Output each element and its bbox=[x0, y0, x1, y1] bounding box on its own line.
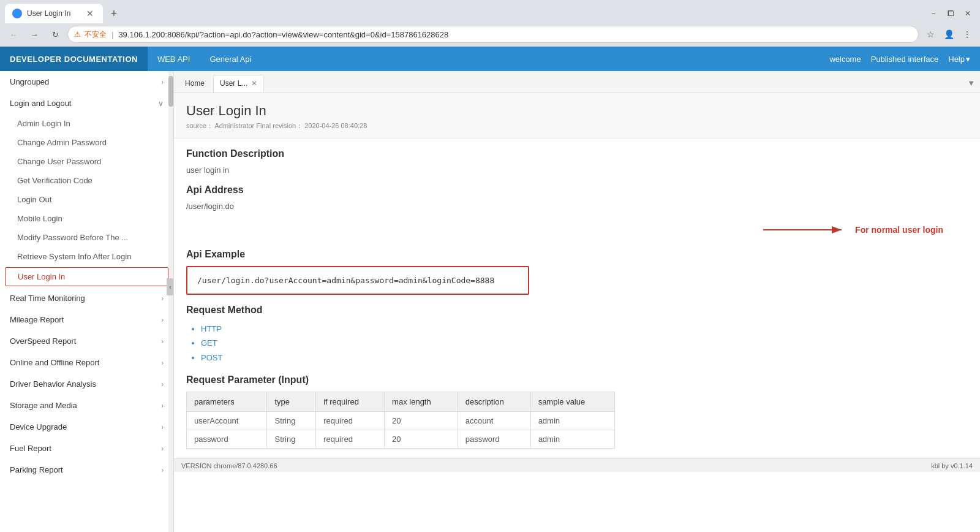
tab-close-button[interactable]: ✕ bbox=[85, 8, 96, 19]
sidebar-sub-change-user-pw[interactable]: Change User Password bbox=[0, 152, 173, 171]
table-row: password String required 20 password adm… bbox=[187, 430, 615, 449]
header-brand: DEVELOPER DOCUMENTATION bbox=[0, 47, 148, 71]
sidebar-item-mileage[interactable]: Mileage Report › bbox=[0, 309, 173, 330]
param-table: parameters type if required max length d… bbox=[186, 392, 615, 449]
browser-chrome: 🌐 User Login In ✕ + − ⧠ ✕ ← → ↻ ⚠ 不安全 | … bbox=[0, 0, 980, 47]
bookmark-button[interactable]: ☆ bbox=[922, 26, 938, 42]
version-bar: VERSION chrome/87.0.4280.66 kbl by v0.1.… bbox=[174, 458, 980, 472]
sidebar-item-parking-report[interactable]: Parking Report › bbox=[0, 459, 173, 481]
api-address-section: Api Address /user/login.do bbox=[186, 184, 968, 211]
sidebar-collapse-button[interactable]: ‹ bbox=[167, 278, 174, 295]
chevron-down-icon: ∨ bbox=[158, 99, 164, 108]
request-param-section: Request Parameter (Input) parameters typ… bbox=[186, 374, 968, 449]
chevron-right-icon: › bbox=[161, 78, 164, 86]
cell-maxlen-2: 20 bbox=[385, 430, 458, 449]
nav-web-api[interactable]: WEB API bbox=[148, 47, 200, 71]
content-tabs-bar: Home User L... ✕ ▼ bbox=[174, 71, 980, 93]
col-parameters: parameters bbox=[187, 392, 267, 412]
browser-tab[interactable]: 🌐 User Login In ✕ bbox=[5, 4, 103, 23]
tab-close-icon[interactable]: ✕ bbox=[251, 79, 257, 88]
sidebar-scrollbar[interactable] bbox=[168, 71, 173, 532]
sidebar-sub-get-verification[interactable]: Get Verification Code bbox=[0, 171, 173, 190]
menu-button[interactable]: ⋮ bbox=[959, 26, 975, 42]
address-bar[interactable]: ⚠ 不安全 | 39.106.1.200:8086/kpi/?action=ap… bbox=[67, 26, 919, 43]
page-meta: source： Administrator Final revision： 20… bbox=[186, 121, 968, 131]
sidebar-sub-admin-login[interactable]: Admin Login In bbox=[0, 114, 173, 133]
security-label: 不安全 bbox=[85, 29, 107, 40]
api-address-heading: Api Address bbox=[186, 184, 968, 196]
new-tab-button[interactable]: + bbox=[105, 5, 123, 22]
annotation-text: For normal user login bbox=[855, 225, 943, 235]
col-if-required: if required bbox=[316, 392, 385, 412]
url-text: 39.106.1.200:8086/kpi/?action=api.do?act… bbox=[118, 30, 448, 39]
refresh-button[interactable]: ↻ bbox=[47, 26, 64, 43]
tabs-dropdown-button[interactable]: ▼ bbox=[967, 78, 975, 88]
account-button[interactable]: 👤 bbox=[941, 26, 957, 42]
back-button[interactable]: ← bbox=[5, 26, 22, 43]
window-controls: − ⧠ ✕ bbox=[926, 6, 975, 21]
header-nav: WEB API General Api bbox=[148, 47, 261, 71]
tab-user-login[interactable]: User L... ✕ bbox=[213, 75, 264, 92]
sidebar-item-device-upgrade[interactable]: Device Upgrade › bbox=[0, 416, 173, 438]
published-interface-link[interactable]: Published interface bbox=[871, 55, 939, 64]
cell-param-2: password bbox=[187, 430, 267, 449]
sidebar: Ungrouped › Login and Logout ∨ Admin Log… bbox=[0, 71, 174, 532]
cell-desc-2: password bbox=[458, 430, 530, 449]
cell-param-1: userAccount bbox=[187, 412, 267, 430]
sidebar-sub-modify-pw[interactable]: Modify Password Before The ... bbox=[0, 228, 173, 247]
cell-type-1: String bbox=[267, 412, 316, 430]
col-description: description bbox=[458, 392, 530, 412]
sidebar-item-storage-media[interactable]: Storage and Media › bbox=[0, 395, 173, 416]
sidebar-item-ungrouped[interactable]: Ungrouped › bbox=[0, 71, 173, 93]
content-area: Home User L... ✕ ▼ User Login In source：… bbox=[174, 71, 980, 532]
sidebar-sub-retrieve-system[interactable]: Retrieve System Info After Login bbox=[0, 247, 173, 266]
minimize-button[interactable]: − bbox=[926, 6, 941, 21]
sidebar-item-driver-behavior[interactable]: Driver Behavior Analysis › bbox=[0, 373, 173, 395]
sidebar-sub-login-out[interactable]: Login Out bbox=[0, 190, 173, 209]
request-method-section: Request Method HTTP GET POST bbox=[186, 305, 968, 365]
forward-button[interactable]: → bbox=[26, 26, 43, 43]
sidebar-item-online-offline[interactable]: Online and Offline Report › bbox=[0, 352, 173, 373]
version-left: VERSION chrome/87.0.4280.66 bbox=[181, 462, 277, 469]
sidebar-sub-mobile-login[interactable]: Mobile Login bbox=[0, 209, 173, 228]
app-header: DEVELOPER DOCUMENTATION WEB API General … bbox=[0, 47, 980, 71]
page-title: User Login In bbox=[186, 103, 968, 119]
sidebar-item-overspeed[interactable]: OverSpeed Report › bbox=[0, 330, 173, 352]
chevron-right-icon-3: › bbox=[161, 316, 164, 324]
help-dropdown[interactable]: Help ▾ bbox=[948, 55, 970, 64]
method-http: HTTP bbox=[201, 322, 968, 336]
method-get: GET bbox=[201, 336, 968, 350]
cell-sample-2: admin bbox=[530, 430, 614, 449]
function-description-section: Function Description user login in bbox=[186, 148, 968, 175]
chevron-right-icon-8: › bbox=[161, 423, 164, 431]
content-main: Function Description user login in Api A… bbox=[174, 139, 980, 458]
request-method-heading: Request Method bbox=[186, 305, 968, 316]
request-param-heading: Request Parameter (Input) bbox=[186, 374, 968, 386]
sidebar-item-fuel-report[interactable]: Fuel Report › bbox=[0, 438, 173, 459]
nav-general-api[interactable]: General Api bbox=[200, 47, 261, 71]
table-header-row: parameters type if required max length d… bbox=[187, 392, 615, 412]
arrow-svg bbox=[800, 221, 849, 239]
chevron-right-icon-6: › bbox=[161, 380, 164, 389]
cell-type-2: String bbox=[267, 430, 316, 449]
sidebar-item-realtime[interactable]: Real Time Monitoring › bbox=[0, 287, 173, 309]
table-header: parameters type if required max length d… bbox=[187, 392, 615, 412]
sidebar-item-login-logout[interactable]: Login and Logout ∨ bbox=[0, 93, 173, 114]
sidebar-sub-change-admin-pw[interactable]: Change Admin Password bbox=[0, 133, 173, 152]
api-example-box: /user/login.do?userAccount=admin&passwor… bbox=[186, 266, 529, 295]
chevron-right-icon-5: › bbox=[161, 359, 164, 367]
api-example-heading: Api Example bbox=[186, 249, 968, 260]
table-row: userAccount String required 20 account a… bbox=[187, 412, 615, 430]
chevron-right-icon-4: › bbox=[161, 337, 164, 346]
header-right: welcome Published interface Help ▾ bbox=[829, 55, 980, 64]
maximize-button[interactable]: ⧠ bbox=[943, 6, 958, 21]
chevron-right-icon-7: › bbox=[161, 401, 164, 410]
tab-home[interactable]: Home bbox=[179, 75, 211, 92]
annotation-area: For normal user login bbox=[800, 221, 943, 239]
cell-required-2: required bbox=[316, 430, 385, 449]
cell-sample-1: admin bbox=[530, 412, 614, 430]
sidebar-sub-user-login[interactable]: User Login In bbox=[5, 267, 168, 286]
close-button[interactable]: ✕ bbox=[960, 6, 975, 21]
api-address-text: /user/login.do bbox=[186, 202, 968, 211]
col-type: type bbox=[267, 392, 316, 412]
